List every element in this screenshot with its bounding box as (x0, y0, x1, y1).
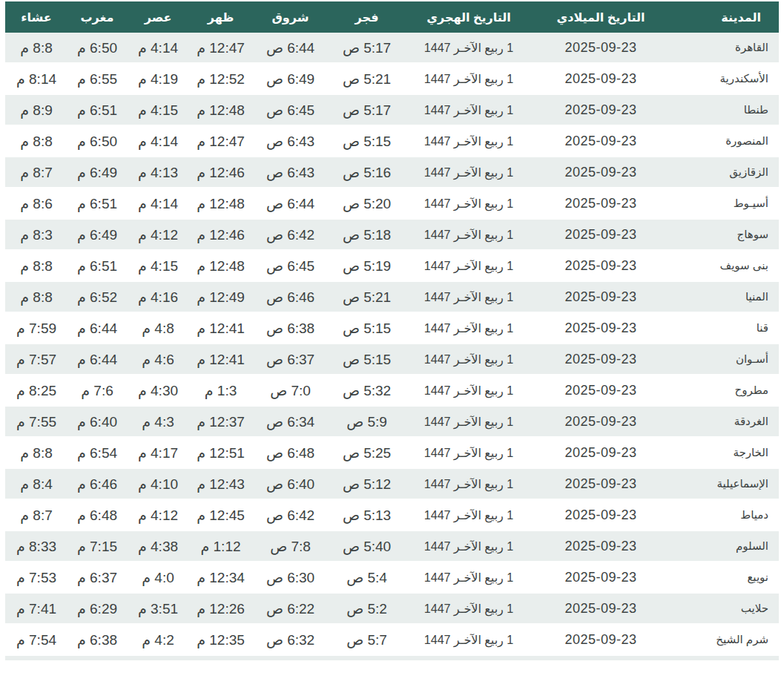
cell-city: طنطا (669, 95, 779, 126)
cell-asr: 4:15 م (127, 95, 189, 126)
cell-dhuhr: 12:48 م (189, 95, 252, 126)
cell-maghrib: 6:29 م (67, 594, 127, 625)
table-row: حلايب 2025-09-23 1 ربيع الآخـر 1447 5:2 … (5, 594, 779, 625)
cell-dhuhr: 12:49 م (189, 282, 252, 313)
cell-shuruq: 6:49 ص (252, 64, 329, 95)
cell-gregorian: 2025-09-23 (533, 95, 669, 126)
cell-gregorian: 2025-09-23 (533, 500, 669, 531)
cell-fajr: 5:16 ص (329, 157, 405, 188)
cell-dhuhr: 12:46 م (189, 220, 252, 251)
cell-fajr: 5:17 ص (329, 33, 405, 64)
cell-hijri: 1 ربيع الآخـر 1447 (405, 562, 533, 594)
cell-city: الغردقة (669, 407, 779, 438)
cell-isha: 8:8 م (5, 33, 67, 64)
cell-city: سوهاج (669, 220, 779, 251)
cell-hijri: 1 ربيع الآخـر 1447 (405, 220, 533, 251)
header-maghrib: مغرب (67, 1, 127, 33)
table-row: سوهاج 2025-09-23 1 ربيع الآخـر 1447 5:18… (5, 220, 779, 251)
cell-shuruq: 6:37 ص (252, 344, 329, 375)
table-row: نويبع 2025-09-23 1 ربيع الآخـر 1447 5:4 … (5, 562, 779, 594)
cell-shuruq: 6:46 ص (252, 282, 329, 313)
cell-isha: 8:4 م (5, 469, 67, 500)
header-dhuhr: ظهر (189, 1, 252, 33)
cell-asr: 3:51 م (127, 594, 189, 625)
cell-maghrib: 6:44 م (67, 313, 127, 344)
cell-fajr: 5:15 ص (329, 344, 405, 375)
cell-maghrib: 6:48 م (67, 500, 127, 531)
cell-asr: 4:17 م (127, 438, 189, 469)
table-row: أسـوان 2025-09-23 1 ربيع الآخـر 1447 5:1… (5, 344, 779, 375)
cell-gregorian: 2025-09-23 (533, 625, 669, 656)
cell-isha: 8:7 م (5, 157, 67, 188)
cell-maghrib: 6:46 م (67, 469, 127, 500)
table-row: طنطا 2025-09-23 1 ربيع الآخـر 1447 5:17 … (5, 95, 779, 126)
cell-gregorian: 2025-09-23 (533, 33, 669, 64)
cell-isha: 7:59 م (5, 313, 67, 344)
cell-isha: 8:8 م (5, 438, 67, 469)
cell-dhuhr: 12:35 م (189, 625, 252, 656)
header-gregorian: التاريخ الميلادي (533, 1, 669, 33)
header-shuruq: شروق (252, 1, 329, 33)
cell-asr: 4:38 م (127, 531, 189, 562)
cell-isha: 8:9 م (5, 95, 67, 126)
cell-fajr: 5:40 ص (329, 531, 405, 562)
cell-gregorian: 2025-09-23 (533, 126, 669, 157)
cell-city: دمياط (669, 500, 779, 531)
cell-shuruq: 6:43 ص (252, 157, 329, 188)
cell-maghrib: 6:51 م (67, 251, 127, 282)
cell-gregorian: 2025-09-23 (533, 344, 669, 375)
cell-asr: 4:14 م (127, 33, 189, 64)
cell-isha: 8:6 م (5, 188, 67, 220)
cell-city: بنى سويف (669, 251, 779, 282)
cell-shuruq: 6:30 ص (252, 562, 329, 594)
table-row: أسيـوط 2025-09-23 1 ربيع الآخـر 1447 5:2… (5, 188, 779, 220)
cell-gregorian: 2025-09-23 (533, 562, 669, 594)
cell-gregorian: 2025-09-23 (533, 220, 669, 251)
cell-gregorian: 2025-09-23 (533, 64, 669, 95)
cell-asr: 4:15 م (127, 251, 189, 282)
header-hijri: التاريخ الهجري (405, 1, 533, 33)
cell-hijri: 1 ربيع الآخـر 1447 (405, 500, 533, 531)
cell-hijri: 1 ربيع الآخـر 1447 (405, 282, 533, 313)
table-row: الخارجة 2025-09-23 1 ربيع الآخـر 1447 5:… (5, 438, 779, 469)
cell-maghrib: 6:52 م (67, 282, 127, 313)
prayer-times-table: المدينة التاريخ الميلادي التاريخ الهجري … (5, 1, 779, 656)
cell-fajr: 5:12 ص (329, 469, 405, 500)
cell-fajr: 5:21 ص (329, 282, 405, 313)
cell-maghrib: 6:50 م (67, 126, 127, 157)
cell-isha: 7:55 م (5, 407, 67, 438)
table-row: الزقازيق 2025-09-23 1 ربيع الآخـر 1447 5… (5, 157, 779, 188)
cell-gregorian: 2025-09-23 (533, 188, 669, 220)
cell-asr: 4:0 م (127, 562, 189, 594)
cell-dhuhr: 12:52 م (189, 64, 252, 95)
cell-maghrib: 6:40 م (67, 407, 127, 438)
cell-isha: 8:14 م (5, 64, 67, 95)
cell-shuruq: 6:32 ص (252, 625, 329, 656)
cell-dhuhr: 12:47 م (189, 126, 252, 157)
cell-maghrib: 6:37 م (67, 562, 127, 594)
cell-hijri: 1 ربيع الآخـر 1447 (405, 344, 533, 375)
header-isha: عشاء (5, 1, 67, 33)
cell-gregorian: 2025-09-23 (533, 313, 669, 344)
cell-asr: 4:8 م (127, 313, 189, 344)
cell-isha: 7:54 م (5, 625, 67, 656)
cell-asr: 4:19 م (127, 64, 189, 95)
cell-isha: 7:41 م (5, 594, 67, 625)
table-row: مطروح 2025-09-23 1 ربيع الآخـر 1447 5:32… (5, 375, 779, 407)
table-row: المنصورة 2025-09-23 1 ربيع الآخـر 1447 5… (5, 126, 779, 157)
cell-hijri: 1 ربيع الآخـر 1447 (405, 625, 533, 656)
cell-asr: 4:10 م (127, 469, 189, 500)
cell-dhuhr: 12:46 م (189, 157, 252, 188)
cell-shuruq: 6:44 ص (252, 33, 329, 64)
cell-isha: 7:57 م (5, 344, 67, 375)
cell-hijri: 1 ربيع الآخـر 1447 (405, 407, 533, 438)
cell-isha: 8:8 م (5, 282, 67, 313)
cell-shuruq: 6:22 ص (252, 594, 329, 625)
cell-fajr: 5:32 ص (329, 375, 405, 407)
cell-shuruq: 6:38 ص (252, 313, 329, 344)
cell-hijri: 1 ربيع الآخـر 1447 (405, 188, 533, 220)
cell-asr: 4:14 م (127, 188, 189, 220)
cell-gregorian: 2025-09-23 (533, 469, 669, 500)
cell-shuruq: 6:42 ص (252, 500, 329, 531)
cell-dhuhr: 1:3 م (189, 375, 252, 407)
